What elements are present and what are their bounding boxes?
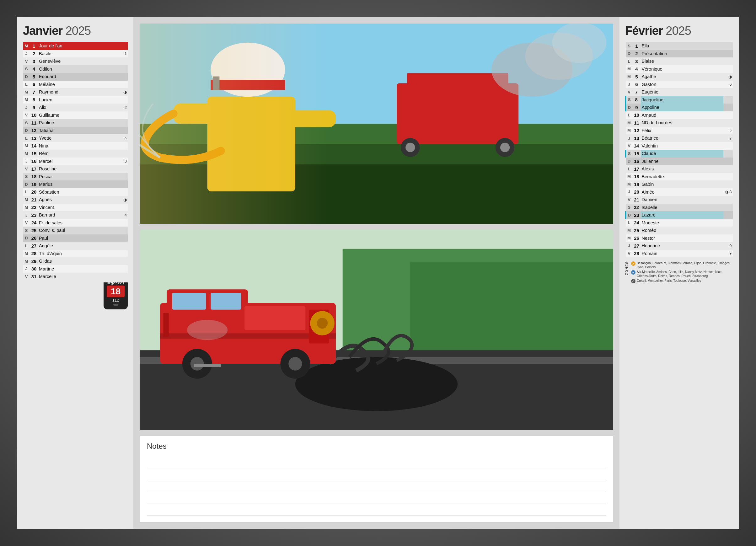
svg-rect-13	[207, 97, 295, 191]
day-letter: D	[23, 73, 30, 81]
day-letter: D	[23, 234, 30, 242]
day-name: Prisca	[38, 173, 118, 181]
day-number: 6	[633, 81, 641, 88]
day-letter: M	[23, 96, 30, 104]
zones-legend: ZONES A Besançon, Bordeaux, Clermont-Fer…	[625, 261, 733, 283]
day-extra	[118, 273, 128, 281]
day-name: Isabelle	[641, 204, 723, 211]
day-extra	[118, 250, 128, 258]
svg-point-18	[552, 24, 606, 63]
day-number: 31	[30, 273, 38, 281]
day-number: 25	[30, 227, 38, 234]
day-letter: J	[23, 265, 30, 273]
day-number: 26	[30, 234, 38, 242]
day-name: Basile	[38, 50, 118, 58]
day-name: Fr. de sales	[38, 219, 118, 227]
day-extra	[723, 65, 733, 73]
day-letter: S	[626, 204, 633, 211]
day-letter: M	[23, 204, 30, 211]
day-name: Angèle	[38, 242, 118, 250]
fevrier-year: 2025	[666, 24, 691, 37]
day-extra	[118, 227, 128, 234]
svg-point-17	[525, 32, 593, 80]
day-number: 19	[633, 180, 641, 188]
day-extra	[723, 119, 733, 127]
day-name: Geneviève	[38, 57, 118, 65]
day-name: Marcelle	[38, 273, 118, 281]
notes-line-4	[147, 493, 606, 504]
day-letter: M	[23, 257, 30, 265]
day-letter: M	[626, 73, 633, 81]
day-name: Edouard	[38, 73, 118, 81]
day-letter: D	[626, 50, 633, 58]
day-extra	[118, 257, 128, 265]
day-letter: V	[23, 111, 30, 119]
day-extra	[723, 42, 733, 50]
day-extra	[118, 57, 128, 65]
day-number: 10	[633, 111, 641, 119]
zone-b-badge: B	[631, 270, 635, 275]
svg-rect-35	[244, 306, 305, 330]
day-letter: J	[23, 50, 30, 58]
day-name: Odilon	[38, 65, 118, 73]
day-number: 27	[30, 242, 38, 250]
day-number: 20	[30, 188, 38, 196]
day-name: ND de Lourdes	[641, 119, 723, 127]
day-extra	[118, 188, 128, 196]
day-extra	[118, 111, 128, 119]
day-number: 19	[30, 180, 38, 188]
day-letter: M	[23, 142, 30, 150]
day-extra	[723, 50, 733, 58]
day-name: Alix	[38, 104, 118, 111]
day-number: 7	[633, 88, 641, 96]
center-panel: Notes	[133, 17, 619, 529]
janvier-title: Janvier 2025	[23, 24, 128, 38]
day-letter: D	[626, 211, 633, 219]
day-letter: D	[626, 158, 633, 165]
day-letter: L	[626, 111, 633, 119]
svg-rect-3	[140, 164, 613, 224]
urgences-number: 18	[107, 286, 125, 297]
day-name: Eugénie	[641, 88, 723, 96]
day-letter: V	[626, 250, 633, 258]
day-name: Appoline	[641, 104, 723, 111]
day-name: Ella	[641, 42, 723, 50]
day-name: Présentation	[641, 50, 723, 58]
day-number: 9	[30, 104, 38, 111]
day-letter: V	[626, 196, 633, 204]
day-number: 16	[633, 158, 641, 165]
day-number: 28	[30, 250, 38, 258]
notes-line-3	[147, 481, 606, 492]
day-name: Aimée	[641, 188, 723, 196]
day-number: 18	[633, 173, 641, 181]
day-number: 4	[30, 65, 38, 73]
day-number: 11	[633, 119, 641, 127]
svg-point-38	[317, 318, 328, 329]
day-name: Jacqueline	[641, 96, 723, 104]
day-number: 7	[30, 88, 38, 96]
zones-label: ZONES	[625, 261, 629, 275]
day-extra	[118, 150, 128, 158]
day-letter: M	[626, 119, 633, 127]
day-extra	[723, 196, 733, 204]
day-extra	[723, 234, 733, 242]
day-number: 8	[633, 96, 641, 104]
day-letter: M	[23, 250, 30, 258]
day-extra	[118, 142, 128, 150]
notes-line-5	[147, 505, 606, 516]
day-letter: D	[626, 104, 633, 111]
day-letter: M	[626, 227, 633, 234]
day-number: 30	[30, 265, 38, 273]
day-name: Yvette	[38, 134, 118, 142]
day-extra	[118, 119, 128, 127]
day-number: 27	[633, 242, 641, 250]
day-number: 28	[633, 250, 641, 258]
day-number: 9	[633, 104, 641, 111]
day-extra	[118, 127, 128, 135]
svg-rect-28	[211, 293, 241, 310]
day-name: Véronique	[641, 65, 723, 73]
day-letter: S	[23, 227, 30, 234]
fevrier-title: Février 2025	[625, 24, 733, 38]
day-name: Rémi	[38, 150, 118, 158]
day-letter: J	[626, 134, 633, 142]
